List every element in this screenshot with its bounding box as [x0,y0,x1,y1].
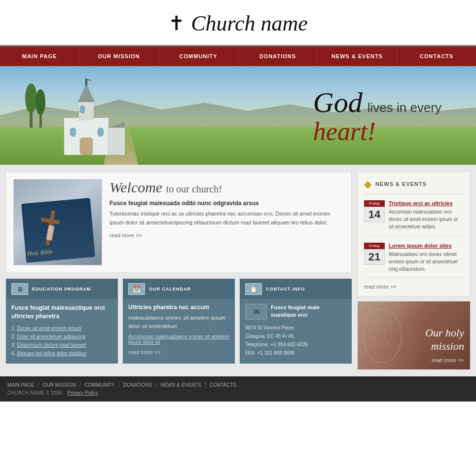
news-events-header: ◆ NEWS & EVENTS [364,178,464,194]
welcome-text-area: Welcome to our church! Fusce feugiat mal… [110,179,344,265]
contact-icon: 📋 [245,283,262,295]
hero-banner: God lives in every heart! [0,66,476,165]
edu-link-2[interactable]: Dolor sit ansectetuer adipiscing [17,334,85,339]
calendar-content: Ultricies pharetra nec accum malesuadaec… [123,299,234,361]
welcome-image: Holy Bible [13,179,102,265]
news-read-more[interactable]: read more >> [364,284,397,290]
svg-point-1 [25,83,37,113]
education-content: Fusce feugiat malesuastique orci ultrici… [6,299,117,363]
svg-rect-12 [80,138,93,155]
education-box: 🖥 EDUCATION PROGRAM Fusce feugiat malesu… [6,279,118,364]
mission-title-line2: mission [425,340,464,353]
news-title-2[interactable]: Lorem ipsum dolor sites [389,243,464,249]
calendar-link[interactable]: Accumcsan malesuadaece oronec sit ametem… [128,334,229,345]
mission-text: Our holy mission read more >> [425,327,464,364]
contact-title: CONTACT INFO [266,287,305,292]
nav-donations[interactable]: DONATIONS [238,46,317,66]
mission-read-more[interactable]: read more >> [432,357,464,363]
education-title: EDUCATION PROGRAM [32,287,91,292]
nav-news-events[interactable]: NEWS & EVENTS [318,46,397,66]
calendar-heading: Ultricies pharetra nec accum [128,304,229,311]
nav-community[interactable]: COMMUNITY [159,46,238,66]
news-content-1: Tristique orci ac ultricies Accumsan mal… [389,200,464,230]
footer-copyright: CHURCH NAME © 2008. Privacy Policy [7,390,469,396]
footer-community[interactable]: COMMUNITY [80,382,119,388]
hero-lives: lives in every [367,100,441,115]
day-label-1: Friday [364,200,385,207]
hero-god: God [313,88,363,117]
mission-box: Our holy mission read more >> [358,301,470,369]
news-item-2: Friday 21 Lorem ipsum dolor sites Malesu… [364,243,464,278]
svg-rect-9 [70,128,76,137]
edu-link-1[interactable]: Donec sit amet erorem ipsum [17,326,81,331]
contact-box-header: 📋 CONTACT INFO [240,279,351,299]
contact-box: 📋 CONTACT INFO ✉ Fusce feugiat male suas… [240,279,352,364]
svg-rect-10 [80,106,85,113]
footer-donations[interactable]: DONATIONS [119,382,157,388]
edu-link-4[interactable]: Aliquam leo tellus dolor dapibus [17,351,86,356]
church-name: Church name [191,11,308,36]
main-content-wrapper: Holy Bible Welcome to our church! Fusce … [0,165,476,376]
footer: MAIN PAGE OUR MISSION COMMUNITY DONATION… [0,376,476,402]
news-events-title: NEWS & EVENTS [375,181,427,187]
main-nav: MAIN PAGE OUR MISSION COMMUNITY DONATION… [0,46,476,66]
news-title-1[interactable]: Tristique orci ac ultricies [389,200,464,206]
calendar-read-more[interactable]: read more >> [128,349,161,355]
welcome-body: Tulorecenas tristique orci ac ss ultrici… [110,210,344,227]
day-num-1: 14 [364,207,385,222]
day-num-2: 21 [364,249,385,265]
welcome-read-more[interactable]: read more >> [110,232,142,238]
sidebar: ◆ NEWS & EVENTS Friday 14 Tristique orci… [358,172,470,369]
site-title: ✝ Church name [168,11,308,36]
header: ✝ Church name [0,0,476,46]
nav-main-page[interactable]: MAIN PAGE [0,46,79,66]
day-label-2: Friday [364,243,385,249]
news-arrow-icon: ◆ [364,178,371,190]
education-box-header: 🖥 EDUCATION PROGRAM [6,279,117,299]
news-item-1: Friday 14 Tristique orci ac ultricies Ac… [364,200,464,237]
news-body-2: Malesuadaec orci donec sitmet erorem ips… [389,251,464,273]
welcome-subheading: Fusce feugiat malesuada odibi nunc odgra… [110,200,344,207]
hero-heart: heart! [313,117,376,146]
footer-main-page[interactable]: MAIN PAGE [7,382,39,388]
content-area: Holy Bible Welcome to our church! Fusce … [6,172,352,369]
calendar-box-header: 📅 OUR CALENDAR [123,279,234,299]
welcome-box: Holy Bible Welcome to our church! Fusce … [6,172,352,273]
contact-heading: Fusce feugiat male suastique orci [271,304,346,319]
svg-marker-6 [78,83,95,102]
cross-icon: ✝ [168,12,185,35]
calendar-body: malesuadaece oronec sit ametem ipsum dol… [128,314,229,330]
church-illustration [25,73,143,165]
info-boxes-row: 🖥 EDUCATION PROGRAM Fusce feugiat malesu… [6,279,352,364]
news-content-2: Lorem ipsum dolor sites Malesuadaec orci… [389,243,464,273]
welcome-italic: Welcome [110,179,162,195]
footer-contacts[interactable]: CONTACTS [206,382,240,388]
welcome-heading: Welcome to our church! [110,179,344,196]
education-heading: Fusce feugiat malesuastique orci ultrici… [11,304,112,321]
calendar-icon: 📅 [128,283,145,295]
svg-rect-13 [108,128,125,155]
news-body-1: Accumsan malesuadaec orci donec sit amet… [389,208,464,230]
footer-privacy[interactable]: Privacy Policy [68,390,98,396]
hero-text: God lives in every heart! [313,88,441,146]
footer-news-events[interactable]: NEWS & EVENTS [156,382,205,388]
footer-our-mission[interactable]: OUR MISSION [39,382,80,388]
nav-our-mission[interactable]: OUR MISSION [79,46,158,66]
calendar-box: 📅 OUR CALENDAR Ultricies pharetra nec ac… [123,279,235,364]
education-icon: 🖥 [11,283,28,295]
news-events-box: ◆ NEWS & EVENTS Friday 14 Tristique orci… [358,172,470,296]
svg-rect-11 [98,128,104,137]
mission-title-line1: Our holy [425,327,464,339]
contact-content: ✉ Fusce feugiat male suastique orci 9870… [240,299,351,362]
date-badge-2: Friday 21 [364,243,385,273]
svg-point-3 [36,89,45,115]
svg-marker-14 [108,122,125,128]
nav-contacts[interactable]: CONTACTS [397,46,476,66]
footer-nav: MAIN PAGE OUR MISSION COMMUNITY DONATION… [7,382,469,388]
welcome-normal: to our church! [166,183,222,194]
mail-icon: ✉ [245,304,267,320]
date-badge-1: Friday 14 [364,200,385,230]
edu-link-3[interactable]: Elitauristum dictum mad laoreet [17,342,86,348]
contact-address: 9870 St Vincent Place, Glasgow, DC 45 Fr… [245,324,346,357]
calendar-title: OUR CALENDAR [149,287,191,292]
